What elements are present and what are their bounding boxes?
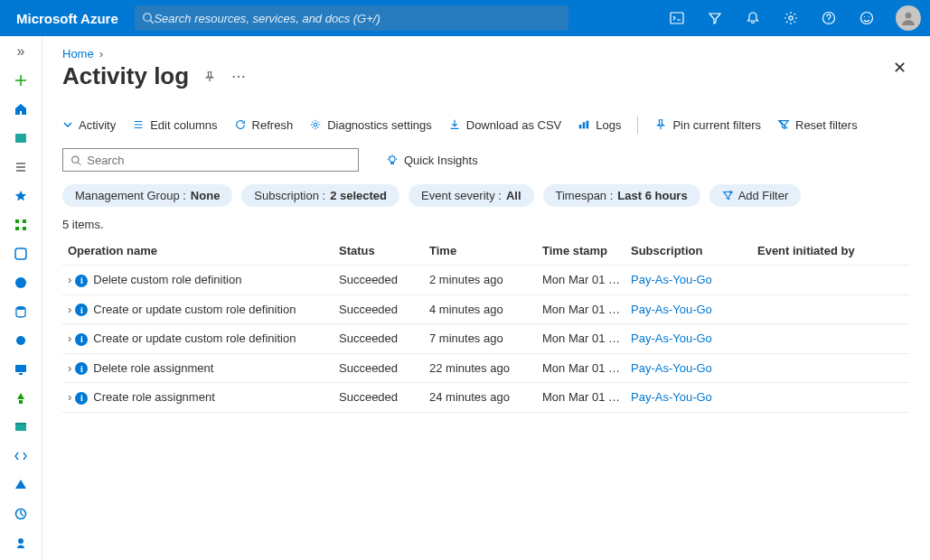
chevron-right-icon[interactable]: › bbox=[68, 273, 75, 286]
svg-point-30 bbox=[72, 155, 80, 163]
filter-timespan[interactable]: Timespan : Last 6 hours bbox=[543, 184, 700, 207]
svg-rect-20 bbox=[19, 373, 23, 375]
subscription-link[interactable]: Pay-As-You-Go bbox=[631, 273, 712, 286]
svg-rect-15 bbox=[15, 248, 26, 259]
app-services-icon[interactable] bbox=[11, 273, 31, 293]
table-row[interactable]: ›iCreate role assignmentSucceeded24 minu… bbox=[62, 383, 910, 413]
info-icon: i bbox=[75, 392, 88, 405]
azure-ad-icon[interactable] bbox=[11, 475, 31, 495]
diagnostics-button[interactable]: Diagnostics settings bbox=[309, 118, 432, 132]
global-search-input[interactable] bbox=[154, 12, 560, 25]
global-search[interactable] bbox=[135, 5, 568, 31]
col-operation[interactable]: Operation name bbox=[62, 237, 333, 266]
svg-point-3 bbox=[789, 16, 793, 20]
top-icons bbox=[659, 0, 930, 36]
svg-point-26 bbox=[314, 123, 317, 126]
cell-time: 4 minutes ago bbox=[424, 294, 537, 324]
info-icon: i bbox=[75, 333, 88, 346]
col-initiator[interactable]: Event initiated by bbox=[752, 237, 910, 266]
breadcrumb: Home › bbox=[62, 47, 910, 61]
home-icon[interactable] bbox=[11, 99, 31, 119]
table-row[interactable]: ›iDelete custom role definitionSucceeded… bbox=[62, 266, 910, 295]
chevron-right-icon[interactable]: › bbox=[68, 390, 75, 404]
create-resource-icon[interactable] bbox=[11, 70, 31, 90]
operation-name: Delete custom role definition bbox=[93, 273, 241, 286]
chevron-right-icon[interactable]: › bbox=[68, 331, 75, 345]
feedback-icon[interactable] bbox=[849, 0, 885, 36]
local-search-input[interactable] bbox=[87, 154, 351, 167]
table-row[interactable]: ›iDelete role assignmentSucceeded22 minu… bbox=[62, 353, 910, 383]
svg-point-5 bbox=[828, 21, 829, 22]
all-resources-icon[interactable] bbox=[11, 215, 31, 235]
subscription-link[interactable]: Pay-As-You-Go bbox=[631, 390, 712, 404]
chevron-right-icon[interactable]: › bbox=[68, 361, 75, 375]
breadcrumb-home[interactable]: Home bbox=[62, 47, 94, 61]
reset-filters-button[interactable]: Reset filters bbox=[777, 118, 858, 132]
svg-rect-11 bbox=[15, 219, 19, 223]
dashboard-icon[interactable] bbox=[11, 128, 31, 148]
logs-button[interactable]: Logs bbox=[578, 118, 621, 132]
settings-icon[interactable] bbox=[773, 0, 809, 36]
cell-initiator bbox=[752, 383, 910, 413]
operation-name: Create or update custom role definition bbox=[93, 303, 296, 316]
monitor-icon[interactable] bbox=[11, 504, 31, 524]
cell-status: Succeeded bbox=[333, 266, 424, 295]
cosmos-db-icon[interactable] bbox=[11, 331, 31, 350]
virtual-machines-icon[interactable] bbox=[11, 359, 31, 379]
sql-databases-icon[interactable] bbox=[11, 302, 31, 322]
cell-time: 2 minutes ago bbox=[424, 266, 537, 295]
table-row[interactable]: ›iCreate or update custom role definitio… bbox=[62, 294, 910, 324]
operation-name: Create or update custom role definition bbox=[93, 331, 296, 345]
subscription-link[interactable]: Pay-As-You-Go bbox=[631, 361, 712, 375]
svg-point-7 bbox=[864, 16, 865, 17]
expand-sidebar-icon[interactable]: » bbox=[11, 42, 31, 61]
favorites-icon[interactable] bbox=[11, 186, 31, 206]
svg-rect-2 bbox=[671, 13, 683, 23]
main-content: Home › Activity log ⋯ ✕ Activity Edit co… bbox=[42, 36, 930, 560]
svg-rect-14 bbox=[23, 227, 26, 230]
more-icon[interactable]: ⋯ bbox=[230, 69, 247, 85]
pin-icon[interactable] bbox=[202, 69, 218, 85]
col-timestamp[interactable]: Time stamp bbox=[537, 237, 625, 266]
resource-groups-icon[interactable] bbox=[11, 244, 31, 264]
svg-point-25 bbox=[18, 538, 23, 544]
storage-icon[interactable] bbox=[11, 417, 31, 437]
edit-columns-button[interactable]: Edit columns bbox=[132, 118, 217, 132]
help-icon[interactable] bbox=[811, 0, 847, 36]
svg-rect-28 bbox=[583, 122, 586, 128]
cell-time: 7 minutes ago bbox=[424, 324, 537, 354]
cell-timestamp: Mon Mar 01 … bbox=[537, 383, 625, 413]
avatar[interactable] bbox=[896, 5, 921, 31]
quick-insights-button[interactable]: Quick Insights bbox=[386, 154, 478, 167]
filter-subscription[interactable]: Subscription : 2 selected bbox=[241, 184, 399, 207]
filter-severity[interactable]: Event severity : All bbox=[409, 184, 534, 207]
svg-point-17 bbox=[16, 306, 25, 310]
download-csv-button[interactable]: Download as CSV bbox=[448, 118, 562, 132]
all-services-icon[interactable] bbox=[11, 157, 31, 177]
virtual-networks-icon[interactable] bbox=[11, 446, 31, 466]
table-row[interactable]: ›iCreate or update custom role definitio… bbox=[62, 324, 910, 354]
activity-dropdown[interactable]: Activity bbox=[62, 118, 116, 132]
info-icon: i bbox=[75, 275, 88, 287]
local-search[interactable] bbox=[62, 148, 359, 172]
subscription-link[interactable]: Pay-As-You-Go bbox=[631, 331, 712, 345]
svg-point-8 bbox=[869, 16, 869, 17]
add-filter-button[interactable]: Add Filter bbox=[709, 184, 802, 207]
cell-status: Succeeded bbox=[333, 294, 424, 324]
col-time[interactable]: Time bbox=[424, 237, 537, 266]
col-subscription[interactable]: Subscription bbox=[625, 237, 752, 266]
cloud-shell-icon[interactable] bbox=[659, 0, 695, 36]
advisor-icon[interactable] bbox=[11, 533, 31, 553]
col-status[interactable]: Status bbox=[333, 237, 424, 266]
pin-filters-button[interactable]: Pin current filters bbox=[654, 118, 761, 132]
notifications-icon[interactable] bbox=[735, 0, 771, 36]
svg-point-16 bbox=[15, 277, 26, 288]
directory-filter-icon[interactable] bbox=[697, 0, 733, 36]
filter-management-group[interactable]: Management Group : None bbox=[62, 184, 232, 207]
cell-timestamp: Mon Mar 01 … bbox=[537, 324, 625, 354]
refresh-button[interactable]: Refresh bbox=[234, 118, 294, 132]
load-balancers-icon[interactable] bbox=[11, 388, 31, 408]
subscription-link[interactable]: Pay-As-You-Go bbox=[631, 303, 712, 316]
close-icon[interactable]: ✕ bbox=[893, 58, 907, 78]
chevron-right-icon[interactable]: › bbox=[68, 303, 75, 316]
